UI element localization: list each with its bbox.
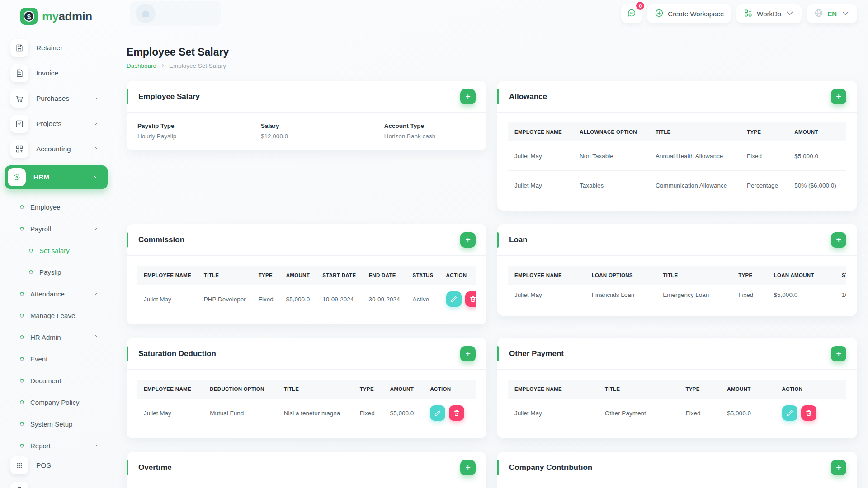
column-header: Deduction Option xyxy=(203,380,277,399)
sidebar-item-attendance[interactable]: Attendance xyxy=(0,283,113,305)
saturation-deduction-card: Saturation Deduction + Employee NameDedu… xyxy=(127,338,486,438)
edit-button[interactable] xyxy=(430,405,445,421)
sidebar-item-employee[interactable]: Employee xyxy=(0,196,113,218)
bullet-icon xyxy=(19,291,25,297)
table-cell: Fixed xyxy=(354,399,384,427)
sidebar-item-hr-admin[interactable]: HR Admin xyxy=(0,326,113,348)
bullet-icon xyxy=(19,313,25,319)
bullet-icon xyxy=(28,269,34,275)
table-row: Juliet MayPHP DeveloperFixed$5,000.010-0… xyxy=(137,285,476,314)
sidebar-item-invoice[interactable]: Invoice xyxy=(5,64,108,82)
sidebar-item-set-salary[interactable]: Set salary xyxy=(0,239,113,261)
sidebar-item-label: Company Policy xyxy=(30,399,79,406)
pos-icon xyxy=(10,456,28,474)
sidebar-item-label: Projects xyxy=(36,120,61,128)
sidebar-item-label: Event xyxy=(30,355,47,363)
overtime-body xyxy=(127,483,486,488)
language-dropdown[interactable]: EN xyxy=(807,4,857,23)
globe-icon xyxy=(814,9,823,19)
chevron-right-icon xyxy=(160,62,165,69)
workdo-dropdown[interactable]: WorkDo xyxy=(736,4,802,23)
page-title: Employee Set Salary xyxy=(127,46,857,58)
table-cell: Taxables xyxy=(573,171,649,200)
column-header: Loan Amount xyxy=(768,266,835,285)
sidebar-item-accounting[interactable]: Accounting xyxy=(5,140,108,158)
sidebar-item-report[interactable]: Report xyxy=(0,435,113,456)
edit-button[interactable] xyxy=(446,291,462,307)
chevron-right-icon xyxy=(93,290,99,298)
sidebar-item-system-setup[interactable]: System Setup xyxy=(0,413,113,435)
add-employee-salary-button[interactable]: + xyxy=(460,89,476,104)
sidebar-item-label: System Setup xyxy=(30,420,72,428)
sidebar-item-label: HR Admin xyxy=(30,333,61,341)
breadcrumb-current: Employee Set Salary xyxy=(169,62,226,69)
table-cell: Communication Allowance xyxy=(649,171,741,200)
delete-button[interactable] xyxy=(449,405,464,421)
add-overtime-button[interactable]: + xyxy=(460,460,476,475)
topbar: 0 Create Workspace WorkDo xyxy=(127,0,857,27)
add-saturation-deduction-button[interactable]: + xyxy=(460,346,476,361)
trash-icon xyxy=(469,296,476,303)
table-cell: Fixed xyxy=(679,399,721,427)
table-cell: Juliet May xyxy=(508,285,585,305)
table-cell: Juliet May xyxy=(508,399,599,427)
chat-icon xyxy=(627,9,636,19)
sidebar-item-event[interactable]: Event xyxy=(0,348,113,370)
accent-bar xyxy=(127,89,128,104)
sidebar-item-projects[interactable]: Projects xyxy=(5,115,108,133)
overtime-card: Overtime + xyxy=(127,452,486,488)
sidebar-item-manage-leave[interactable]: Manage Leave xyxy=(0,305,113,326)
brand-logo[interactable]: $ myadmin xyxy=(0,6,113,26)
company-contribution-card: Company Contribution + xyxy=(497,452,857,488)
sidebar-item-document[interactable]: Document xyxy=(0,370,113,391)
sidebar-item-retainer[interactable]: Retainer xyxy=(5,39,108,57)
table-cell: PHP Developer xyxy=(198,285,252,314)
add-company-contribution-button[interactable]: + xyxy=(831,460,846,475)
sidebar-item-company-policy[interactable]: Company Policy xyxy=(0,391,113,413)
add-allowance-button[interactable]: + xyxy=(831,89,846,104)
chevron-down-icon xyxy=(841,9,850,19)
sidebar-item-label: Payroll xyxy=(30,225,51,233)
sidebar-item-pos[interactable]: POS xyxy=(5,456,108,474)
column-header: Amount xyxy=(384,380,424,399)
company-contribution-body xyxy=(497,483,857,488)
sidebar-item-label: Set salary xyxy=(39,247,70,254)
add-commission-button[interactable]: + xyxy=(460,232,476,248)
delete-button[interactable] xyxy=(465,291,476,307)
create-workspace-button[interactable]: Create Workspace xyxy=(647,4,731,23)
bullet-icon xyxy=(19,421,25,427)
breadcrumb-dashboard-link[interactable]: Dashboard xyxy=(127,62,156,69)
sidebar-item-hrm[interactable]: HRM xyxy=(5,165,108,189)
accent-bar xyxy=(497,460,499,475)
table-cell: 30-09-2024 xyxy=(362,285,406,314)
commission-table: Employee NameTitleTypeAmountStart DateEn… xyxy=(137,266,476,314)
bullet-icon xyxy=(28,248,34,253)
table-row: Juliet MayTaxablesCommunication Allowanc… xyxy=(508,171,846,200)
column-header: Action xyxy=(440,266,476,285)
brand-name: myadmin xyxy=(42,9,92,23)
table-row: Juliet MayFinancials LoanEmergency LoanF… xyxy=(508,285,846,305)
column-header: Type xyxy=(732,266,767,285)
messages-button[interactable]: 0 xyxy=(621,4,642,23)
table-cell: $5,000.0 xyxy=(280,285,316,314)
sidebar-item-payroll[interactable]: Payroll xyxy=(0,218,113,239)
sidebar-nav: RetainerInvoicePurchasesProjectsAccounti… xyxy=(0,39,113,488)
pencil-icon xyxy=(786,409,793,417)
sidebar-item-label: Retainer xyxy=(36,44,63,52)
sidebar-item-label: Employee xyxy=(30,203,61,211)
column-header: Title xyxy=(599,380,679,399)
sidebar-item-purchases[interactable]: Purchases xyxy=(5,89,108,108)
sidebar-item-crm[interactable]: CRM xyxy=(5,482,108,488)
accent-bar xyxy=(497,232,499,248)
delete-button[interactable] xyxy=(801,405,816,421)
card-header: Overtime + xyxy=(127,452,486,483)
sidebar-item-payslip[interactable]: Payslip xyxy=(0,261,113,283)
add-loan-button[interactable]: + xyxy=(831,232,846,248)
table-cell: Mutual Fund xyxy=(203,399,277,427)
edit-button[interactable] xyxy=(782,405,797,421)
accounting-icon xyxy=(10,140,28,158)
add-other-payment-button[interactable]: + xyxy=(831,346,846,361)
bullet-icon xyxy=(19,356,25,362)
column-header: End Date xyxy=(362,266,406,285)
table-cell: Financials Loan xyxy=(585,285,656,305)
